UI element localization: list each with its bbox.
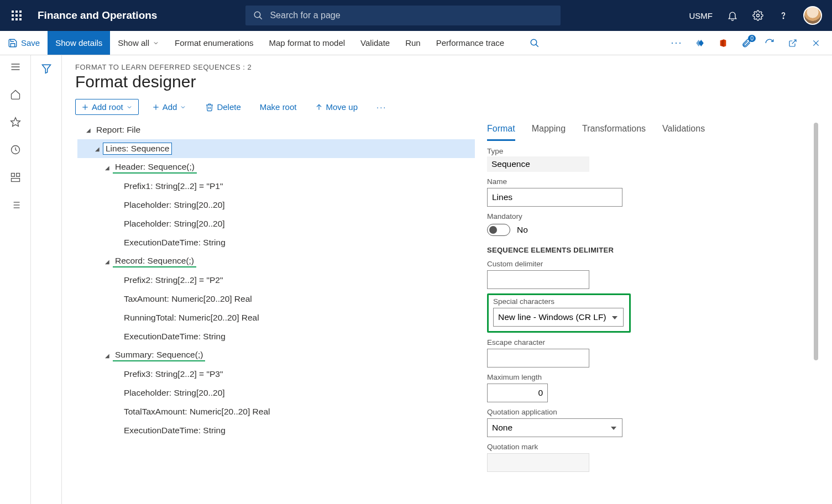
tab-format[interactable]: Format [487,120,515,141]
arrow-up-icon [315,103,323,111]
svg-line-1 [260,17,263,19]
nav-recent-button[interactable] [9,144,22,156]
svg-line-6 [792,40,796,44]
trash-icon [205,103,214,112]
tree-node-leaf[interactable]: RunningTotal: Numeric[20..20] Real [77,308,475,327]
app-title: Finance and Operations [38,9,157,22]
quotation-mark-input[interactable] [487,453,589,472]
attachments-button[interactable]: 0 [741,38,751,48]
tree-node-summary[interactable]: ◢Summary: Sequence(;) [77,346,475,365]
powerapps-icon [695,38,705,48]
popout-icon [788,39,797,48]
nav-collapse-button[interactable] [9,61,22,73]
tab-mapping[interactable]: Mapping [532,120,566,141]
nav-home-button[interactable] [9,88,22,101]
show-all-label: Show all [118,38,149,48]
navigation-rail [0,55,31,504]
panel-scrollbar[interactable] [813,120,819,504]
plus-icon [81,103,89,111]
delete-button[interactable]: Delete [200,99,246,114]
show-all-button[interactable]: Show all [110,31,167,55]
search-icon [253,11,263,20]
office-icon [719,38,728,48]
tab-validations[interactable]: Validations [662,120,705,141]
tree-node-leaf[interactable]: Placeholder: String[20..20] [77,384,475,402]
show-details-button[interactable]: Show details [48,31,110,55]
popout-button[interactable] [788,38,798,48]
filter-pane [31,55,62,504]
global-search[interactable]: Search for a page [245,6,561,25]
help-button[interactable] [778,10,789,21]
tree-node-leaf[interactable]: ExecutionDateTime: String [77,421,475,440]
nav-modules-button[interactable] [9,199,22,211]
ellipsis-icon: ··· [671,37,683,49]
page-body: FORMAT TO LEARN DEFERRED SEQUENCES : 2 F… [0,55,832,504]
escape-character-input[interactable] [487,349,589,368]
move-up-button[interactable]: Move up [310,99,363,114]
tree-node-leaf[interactable]: TaxAmount: Numeric[20..20] Real [77,290,475,308]
office-button[interactable] [718,38,728,48]
mandatory-toggle[interactable] [487,224,510,236]
show-details-label: Show details [55,38,102,48]
svg-point-2 [757,14,760,17]
add-root-button[interactable]: Add root [75,99,139,115]
filter-button[interactable] [41,63,52,504]
name-input[interactable] [487,188,622,207]
powerapps-button[interactable] [695,38,705,48]
make-root-button[interactable]: Make root [254,99,302,114]
tree-node-leaf[interactable]: TotalTaxAmount: Numeric[20..20] Real [77,402,475,421]
tree-node-leaf[interactable]: ExecutionDateTime: String [77,327,475,346]
company-picker[interactable]: USMF [689,11,713,20]
designer-more-button[interactable]: ··· [371,99,393,114]
maximum-length-input[interactable] [487,384,548,402]
map-format-to-model-button[interactable]: Map format to model [261,31,353,55]
tree-node-leaf[interactable]: ExecutionDateTime: String [77,233,475,252]
special-characters-select[interactable]: New line - Windows (CR LF) [493,308,624,327]
run-button[interactable]: Run [397,31,428,55]
save-button[interactable]: Save [0,31,48,55]
svg-rect-16 [11,179,19,182]
notifications-button[interactable] [727,10,738,21]
format-tree[interactable]: ◢Report: File ◢Lines: Sequence ◢Header: … [75,120,482,504]
star-icon [10,117,21,128]
find-button[interactable] [522,31,547,55]
scrollbar-thumb[interactable] [814,123,818,360]
filter-icon [41,63,52,74]
maximum-length-label: Maximum length [487,373,819,381]
format-enumerations-button[interactable]: Format enumerations [167,31,261,55]
add-button[interactable]: Add [146,99,192,114]
close-button[interactable] [811,38,821,48]
delimiter-section-header: SEQUENCE ELEMENTS DELIMITER [487,246,819,254]
more-button[interactable]: ··· [672,38,682,48]
svg-point-0 [255,12,261,18]
custom-delimiter-input[interactable] [487,270,589,289]
bell-icon [727,10,738,21]
settings-button[interactable] [752,10,763,21]
tree-node-header[interactable]: ◢Header: Sequence(;) [77,158,475,177]
svg-point-4 [531,39,537,45]
nav-workspaces-button[interactable] [9,171,22,183]
tree-node-leaf[interactable]: Prefix1: String[2..2] = "P1" [77,177,475,196]
tree-node-report[interactable]: ◢Report: File [77,120,475,139]
special-characters-label: Special characters [493,297,625,306]
quotation-application-label: Quotation application [487,408,819,416]
nav-favorites-button[interactable] [9,116,22,128]
quotation-application-select[interactable]: None [487,418,622,437]
validate-button[interactable]: Validate [353,31,397,55]
user-avatar[interactable] [803,6,822,25]
tree-node-leaf[interactable]: Placeholder: String[20..20] [77,196,475,214]
tree-node-leaf[interactable]: Prefix2: String[2..2] = "P2" [77,271,475,290]
svg-marker-23 [42,65,50,73]
tree-node-leaf[interactable]: Prefix3: String[2..2] = "P3" [77,365,475,384]
app-launcher-button[interactable] [6,4,28,27]
list-icon [10,200,21,211]
tree-node-leaf[interactable]: Placeholder: String[20..20] [77,214,475,233]
tree-node-record[interactable]: ◢Record: Sequence(;) [77,252,475,271]
ellipsis-icon: ··· [376,102,387,112]
refresh-button[interactable] [765,38,775,48]
tree-node-lines[interactable]: ◢Lines: Sequence [77,139,475,158]
save-icon [8,38,18,48]
tab-transformations[interactable]: Transformations [582,120,646,141]
waffle-icon [12,11,22,20]
performance-trace-button[interactable]: Performance trace [428,31,512,55]
